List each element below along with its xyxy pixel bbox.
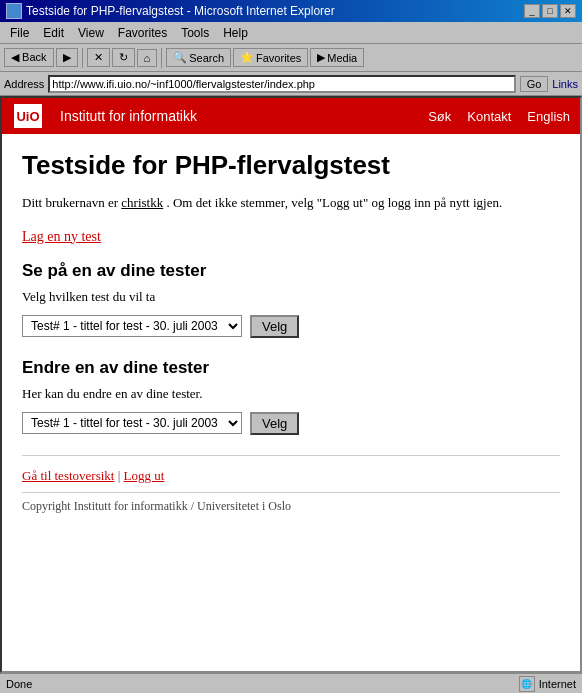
- ie-icon: [6, 3, 22, 19]
- intro-text: Ditt brukernavn er: [22, 195, 118, 210]
- menu-help[interactable]: Help: [217, 24, 254, 42]
- uio-navbar: UiO Institutt for informatikk Søk Kontak…: [2, 98, 580, 134]
- address-label: Address: [4, 78, 44, 90]
- menu-favorites[interactable]: Favorites: [112, 24, 173, 42]
- close-button[interactable]: ✕: [560, 4, 576, 18]
- edit-section-heading: Endre en av dine tester: [22, 358, 560, 378]
- toolbar-separator: [82, 48, 83, 68]
- favorites-label: Favorites: [256, 52, 301, 64]
- favorites-button[interactable]: ⭐ Favorites: [233, 48, 308, 67]
- addressbar: Address Go Links: [0, 72, 582, 96]
- nav-links: Søk Kontakt English: [428, 109, 570, 124]
- window-title: Testside for PHP-flervalgstest - Microso…: [26, 4, 335, 18]
- zone-text: Internet: [539, 678, 576, 690]
- new-test-link[interactable]: Lag en ny test: [22, 229, 101, 245]
- edit-test-select[interactable]: Test# 1 - tittel for test - 30. juli 200…: [22, 412, 242, 434]
- titlebar-buttons[interactable]: _ □ ✕: [524, 4, 576, 18]
- back-button[interactable]: ◀ Back: [4, 48, 54, 67]
- maximize-button[interactable]: □: [542, 4, 558, 18]
- minimize-button[interactable]: _: [524, 4, 540, 18]
- links-label: Links: [552, 78, 578, 90]
- forward-button[interactable]: ▶: [56, 48, 78, 67]
- status-text: Done: [6, 678, 32, 690]
- footer-copyright: Copyright Institutt for informatikk / Un…: [22, 492, 560, 514]
- page-title: Testside for PHP-flervalgstest: [22, 150, 560, 181]
- titlebar-left: Testside for PHP-flervalgstest - Microso…: [6, 3, 335, 19]
- page-intro: Ditt brukernavn er christkk . Om det ikk…: [22, 193, 560, 213]
- toolbar-separator-2: [161, 48, 162, 68]
- stop-button[interactable]: ✕: [87, 48, 110, 67]
- logout-link[interactable]: Logg ut: [124, 468, 165, 483]
- menu-edit[interactable]: Edit: [37, 24, 70, 42]
- view-select-row: Test# 1 - tittel for test - 30. juli 200…: [22, 315, 560, 338]
- search-label: Search: [189, 52, 224, 64]
- intro-rest: . Om det ikke stemmer, velg "Logg ut" og…: [166, 195, 502, 210]
- menu-tools[interactable]: Tools: [175, 24, 215, 42]
- favorites-icon: ⭐: [240, 51, 254, 64]
- view-test-select[interactable]: Test# 1 - tittel for test - 30. juli 200…: [22, 315, 242, 337]
- statusbar-left: Done: [6, 678, 32, 690]
- media-label: Media: [327, 52, 357, 64]
- media-icon: ▶: [317, 51, 325, 64]
- dept-name: Institutt for informatikk: [60, 108, 418, 124]
- uio-logo-box: UiO: [12, 102, 44, 130]
- nav-link-english[interactable]: English: [527, 109, 570, 124]
- statusbar: Done 🌐 Internet: [0, 673, 582, 693]
- search-icon: 🔍: [173, 51, 187, 64]
- menubar: File Edit View Favorites Tools Help: [0, 22, 582, 44]
- edit-velg-button[interactable]: Velg: [250, 412, 299, 435]
- edit-section-description: Her kan du endre en av dine tester.: [22, 386, 560, 402]
- view-velg-button[interactable]: Velg: [250, 315, 299, 338]
- view-section-description: Velg hvilken test du vil ta: [22, 289, 560, 305]
- nav-link-sok[interactable]: Søk: [428, 109, 451, 124]
- go-button[interactable]: Go: [520, 76, 549, 92]
- search-button[interactable]: 🔍 Search: [166, 48, 231, 67]
- window-titlebar: Testside for PHP-flervalgstest - Microso…: [0, 0, 582, 22]
- browser-content: UiO Institutt for informatikk Søk Kontak…: [0, 96, 582, 673]
- internet-icon: 🌐: [519, 676, 535, 692]
- toolbar: ◀ Back ▶ ✕ ↻ ⌂ 🔍 Search ⭐ Favorites ▶ Me…: [0, 44, 582, 72]
- overview-link[interactable]: Gå til testoversikt: [22, 468, 114, 483]
- username-link[interactable]: christkk: [121, 195, 163, 210]
- refresh-button[interactable]: ↻: [112, 48, 135, 67]
- footer-divider: [22, 455, 560, 456]
- statusbar-right: 🌐 Internet: [519, 676, 576, 692]
- address-input[interactable]: [48, 75, 515, 93]
- footer-links: Gå til testoversikt | Logg ut: [22, 468, 560, 484]
- menu-file[interactable]: File: [4, 24, 35, 42]
- uio-logo-text: UiO: [16, 109, 39, 124]
- menu-view[interactable]: View: [72, 24, 110, 42]
- page-content: Testside for PHP-flervalgstest Ditt bruk…: [2, 134, 580, 530]
- media-button[interactable]: ▶ Media: [310, 48, 364, 67]
- edit-select-row: Test# 1 - tittel for test - 30. juli 200…: [22, 412, 560, 435]
- view-section-heading: Se på en av dine tester: [22, 261, 560, 281]
- nav-link-kontakt[interactable]: Kontakt: [467, 109, 511, 124]
- home-button[interactable]: ⌂: [137, 49, 158, 67]
